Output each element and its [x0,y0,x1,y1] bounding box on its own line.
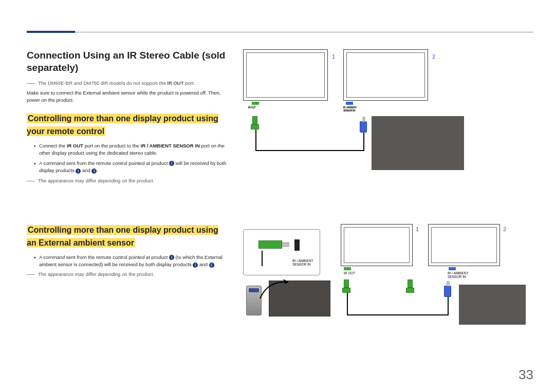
left-column: Connection Using an IR Stereo Cable (sol… [27,49,230,347]
sensor-in-label: IR / AMBIENT SENSOR IN [292,259,313,266]
section1-heading-text: Controlling more than one display produc… [27,114,218,136]
port-irout-label: IR OUT [248,106,255,109]
tv-2-icon [343,49,428,101]
appearance-note-1: The appearance may differ depending on t… [27,178,230,184]
cable-line [255,150,363,151]
note-dash-icon [27,181,35,181]
tv-2-label: 2 [503,226,506,232]
circle-1-icon: 1 [76,169,81,174]
cable-line [347,293,348,314]
t: IR / AMBIENT SENSOR IN [141,143,200,148]
t: A command sent from the remote control p… [39,254,169,260]
cable-line [262,251,263,266]
instruction-text: Make sure to connect the External ambien… [27,89,230,103]
t: . [97,167,98,173]
sensor-bar-icon [294,239,300,251]
tv-2-icon [428,224,500,266]
t: and [81,167,91,173]
t: and [198,262,209,267]
blue-plug-icon [360,121,367,133]
section2-heading: Controlling more than one display produc… [27,225,218,248]
blue-plug-icon [444,286,451,297]
port-sensorin-icon [346,102,353,105]
circle-1-icon: 1 [193,263,198,268]
t: Connect the [39,143,67,148]
cable-line [363,132,364,151]
right-column: 1 IR OUT 2 IR / AMBIENT SENSOR IN [243,49,533,347]
curved-arrow-icon [257,278,299,304]
page-number: 33 [519,367,533,383]
tv-1-icon [341,224,413,266]
diagram-remote-control: 1 IR OUT 2 IR / AMBIENT SENSOR IN [243,49,533,178]
section1-heading: Controlling more than one display produc… [27,114,218,136]
t: . [214,262,216,267]
note-dash-icon [27,83,35,84]
tv-2-label: 2 [432,53,435,60]
appearance-note-2: The appearance may differ depending on t… [27,271,230,278]
green-jack-icon [252,116,257,124]
s2-bullet-1: A command sent from the remote control p… [34,254,230,269]
circle-1-icon: 1 [169,161,174,166]
green-plug-horizontal-icon [258,240,282,249]
section1-list: Connect the IR OUT port on the product t… [34,142,230,175]
t: port on the product to the [83,143,140,148]
note-text: The DM65E-BR and DM75E-BR models do not … [38,80,167,86]
plug-tip-icon [282,242,289,247]
s1-bullet-1: Connect the IR OUT port on the product t… [34,142,230,157]
tv-1-icon [243,49,328,101]
cable-line [448,296,449,315]
note-unsupported-models: The DM65E-BR and DM75E-BR models do not … [27,80,230,87]
port-b-icon [449,267,456,270]
note-dash-icon [27,274,35,275]
tv-1-label: 1 [332,53,335,60]
sensor-box [243,229,320,275]
green-jack-icon [344,279,349,288]
s1-bullet-2: A command sent from the remote control p… [34,160,230,175]
note-suffix: port. [184,80,195,86]
tv-1-label: 1 [416,226,419,232]
circle-1-icon: 1 [169,255,174,260]
page-title: Connection Using an IR Stereo Cable (sol… [27,49,230,74]
cable-line [255,129,256,150]
sensor-in2-label: IR / AMBIENT SENSOR IN [448,271,468,278]
port-sensorin-label: IR / AMBIENT SENSOR IN [343,106,364,112]
appearance-text: The appearance may differ depending on t… [38,178,154,184]
port-irout-icon [252,102,259,105]
section2-list: A command sent from the remote control p… [34,254,230,269]
circle-2-icon: 2 [91,169,97,174]
section2-heading-text: Controlling more than one display produc… [27,226,218,247]
appearance-text: The appearance may differ depending on t… [38,271,154,278]
green-jack-icon [408,279,413,288]
header-accent [27,31,75,33]
circle-2-icon: 2 [209,263,214,268]
port-g-icon [344,267,351,270]
note-bold: IR OUT [167,80,183,86]
tv-2-back-icon [372,116,464,170]
cable-line [347,314,448,315]
header-rule [27,32,533,32]
diagram-external-sensor: IR / AMBIENT SENSOR IN 1 IR OUT 2 IR / A… [243,229,533,347]
t: IR OUT [67,143,83,148]
irout-label: IR OUT [344,271,355,275]
tv-2-back-icon [459,285,526,325]
t: A command sent from the remote control p… [39,160,169,166]
